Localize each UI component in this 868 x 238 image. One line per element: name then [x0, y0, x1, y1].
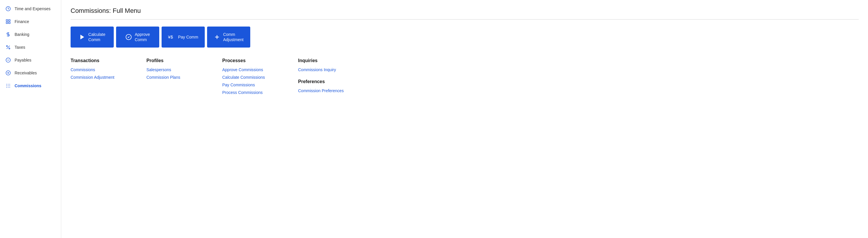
commission-adjustment-link[interactable]: Commission Adjustment	[70, 75, 129, 80]
svg-point-22	[9, 87, 10, 88]
svg-point-7	[6, 46, 8, 47]
svg-point-8	[9, 48, 10, 49]
inquiries-heading: Inquiries	[298, 58, 356, 63]
svg-line-6	[7, 46, 10, 49]
profiles-heading: Profiles	[147, 58, 205, 63]
sidebar-item-label: Receivables	[14, 70, 37, 75]
svg-point-16	[9, 84, 10, 85]
quick-actions: CalculateComm ApproveComm ¥$ Pay Comm	[70, 27, 859, 48]
calculate-commissions-link[interactable]: Calculate Commissions	[222, 75, 281, 80]
processes-section: Processes Approve Commissions Calculate …	[222, 58, 281, 98]
grid-icon	[5, 19, 11, 25]
dots-grid-icon	[5, 83, 11, 89]
sidebar-item-taxes[interactable]: Taxes	[0, 41, 61, 54]
commission-preferences-link[interactable]: Commission Preferences	[298, 88, 356, 93]
sidebar: Time and Expenses Finance Banking	[0, 0, 61, 238]
sidebar-item-label: Payables	[14, 58, 31, 62]
sidebar-item-finance[interactable]: Finance	[0, 15, 61, 28]
clock-icon	[5, 6, 11, 12]
calculate-comm-button[interactable]: CalculateComm	[70, 27, 114, 48]
approve-commissions-link[interactable]: Approve Commissions	[222, 67, 281, 72]
svg-point-15	[8, 84, 8, 85]
comm-adjustment-label: CommAdjustment	[223, 32, 244, 42]
sidebar-item-time-expenses[interactable]: Time and Expenses	[0, 2, 61, 15]
play-icon	[79, 34, 86, 40]
sidebar-item-label: Commissions	[14, 83, 41, 88]
commission-plans-link[interactable]: Commission Plans	[147, 75, 205, 80]
sidebar-item-label: Finance	[14, 19, 29, 24]
page-title: Commissions: Full Menu	[70, 7, 859, 14]
main-content: Commissions: Full Menu CalculateComm App…	[61, 0, 868, 238]
sidebar-item-commissions[interactable]: Commissions	[0, 79, 61, 92]
plus-circle-icon	[5, 70, 11, 76]
approve-comm-label: ApproveComm	[135, 32, 150, 42]
commissions-inquiry-link[interactable]: Commissions Inquiry	[298, 67, 356, 72]
processes-heading: Processes	[222, 58, 281, 63]
svg-rect-1	[6, 20, 8, 21]
svg-rect-2	[9, 20, 10, 21]
comm-adjustment-button[interactable]: CommAdjustment	[207, 27, 250, 48]
svg-point-20	[6, 87, 7, 88]
svg-point-21	[8, 87, 8, 88]
menu-sections: Transactions Commissions Commission Adju…	[70, 58, 859, 98]
svg-point-19	[9, 86, 10, 86]
preferences-heading: Preferences	[298, 79, 356, 84]
plus-icon	[214, 34, 220, 40]
svg-rect-4	[9, 22, 10, 24]
svg-rect-3	[6, 22, 8, 24]
sidebar-item-label: Banking	[14, 32, 29, 37]
inquiries-section: Inquiries Commissions Inquiry Preference…	[298, 58, 356, 98]
approve-comm-button[interactable]: ApproveComm	[116, 27, 159, 48]
sidebar-item-banking[interactable]: Banking	[0, 28, 61, 41]
transactions-heading: Transactions	[70, 58, 129, 63]
process-commissions-link[interactable]: Process Commissions	[222, 90, 281, 95]
commissions-link[interactable]: Commissions	[70, 67, 129, 72]
minus-circle-icon	[5, 57, 11, 63]
pay-comm-label: Pay Comm	[178, 34, 198, 40]
divider	[70, 19, 859, 20]
salespersons-link[interactable]: Salespersons	[147, 67, 205, 72]
check-circle-icon	[125, 34, 132, 40]
svg-point-18	[8, 86, 8, 86]
dollar-icon	[5, 31, 11, 37]
percent-icon	[5, 44, 11, 50]
sidebar-item-payables[interactable]: Payables	[0, 54, 61, 66]
yen-dollar-icon: ¥$	[168, 34, 175, 40]
svg-marker-23	[80, 35, 84, 40]
profiles-section: Profiles Salespersons Commission Plans	[147, 58, 205, 98]
pay-comm-button[interactable]: ¥$ Pay Comm	[162, 27, 205, 48]
sidebar-item-label: Taxes	[14, 45, 25, 50]
transactions-section: Transactions Commissions Commission Adju…	[70, 58, 129, 98]
svg-point-14	[6, 84, 7, 85]
svg-text:¥$: ¥$	[168, 34, 173, 39]
calculate-comm-label: CalculateComm	[88, 32, 105, 42]
svg-point-17	[6, 86, 7, 86]
sidebar-item-label: Time and Expenses	[14, 6, 51, 11]
sidebar-item-receivables[interactable]: Receivables	[0, 66, 61, 79]
pay-commissions-link[interactable]: Pay Commissions	[222, 83, 281, 87]
